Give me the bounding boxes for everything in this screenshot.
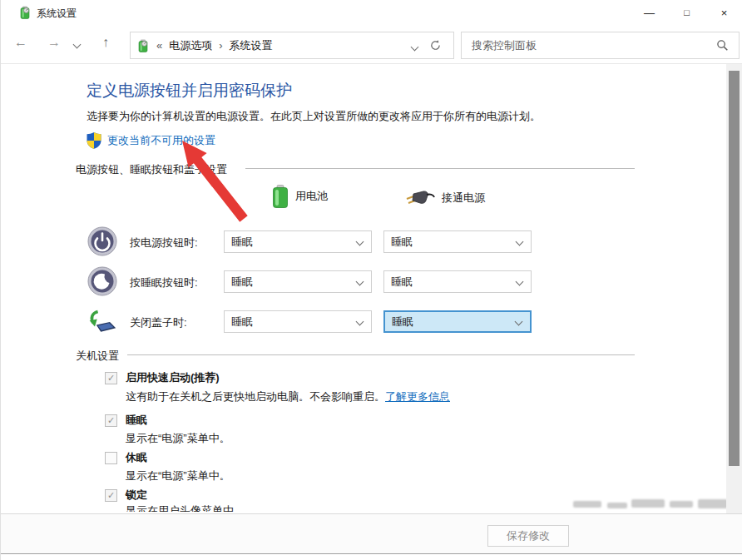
power-button-on-battery-dropdown[interactable]: 睡眠 [224, 230, 372, 253]
power-options-icon [18, 6, 32, 19]
forward-button[interactable]: → [47, 35, 61, 50]
save-changes-button[interactable]: 保存修改 [487, 525, 569, 547]
hibernate-checkbox[interactable] [105, 452, 117, 464]
vertical-scrollbar[interactable] [726, 64, 742, 513]
breadcrumb-power-options[interactable]: 电源选项 [169, 38, 212, 53]
footer-bar: 保存修改 [1, 513, 742, 553]
hibernate-option-label: 休眠 [126, 450, 147, 465]
watermark-smudge [607, 503, 627, 508]
sleep-button-plugged-in-dropdown[interactable]: 睡眠 [383, 270, 532, 293]
page-description: 选择要为你的计算机设置的电源设置。在此页上对设置所做的更改将应用于你所有的电源计… [87, 109, 541, 124]
back-button[interactable]: ← [14, 35, 27, 50]
address-dropdown-icon[interactable] [412, 38, 418, 53]
scrollbar-thumb[interactable] [729, 71, 740, 466]
chevron-down-icon [356, 278, 364, 286]
hibernate-option-description: 显示在“电源”菜单中。 [126, 468, 230, 483]
fast-startup-label: 启用快速启动(推荐) [126, 370, 220, 385]
close-button[interactable]: × [705, 0, 742, 25]
lock-option-description-clipped: 显示在用户头像菜单中。 [126, 503, 245, 512]
page-title: 定义电源按钮并启用密码保护 [87, 80, 292, 102]
chevron-down-icon [516, 238, 524, 246]
window-bottom-edge [1, 553, 742, 554]
minimize-button[interactable]: — [631, 0, 668, 25]
chevron-down-icon [356, 238, 364, 246]
chevron-down-icon [515, 318, 523, 326]
chevron-down-icon [516, 278, 524, 286]
watermark-smudge [670, 501, 693, 508]
fast-startup-description: 这有助于在关机之后更快地启动电脑。不会影响重启。了解更多信息 [126, 389, 450, 404]
breadcrumb-system-settings[interactable]: 系统设置 [230, 38, 273, 53]
system-settings-window: 系统设置 — □ × ← → ↑ « 电源选项 › 系统设置 [0, 0, 742, 560]
plugged-in-column-header: 接通电源 [405, 190, 485, 206]
title-bar: 系统设置 — □ × [1, 0, 742, 25]
on-battery-label: 用电池 [295, 189, 328, 204]
change-unavailable-settings-link[interactable]: 更改当前不可用的设置 [107, 133, 215, 148]
breadcrumb-separator: › [219, 39, 222, 52]
search-icon[interactable] [716, 39, 729, 52]
navigation-bar: ← → ↑ « 电源选项 › 系统设置 [1, 25, 742, 64]
chevron-down-icon [356, 318, 364, 326]
history-dropdown-icon[interactable] [74, 40, 80, 49]
change-unavailable-settings-row: 更改当前不可用的设置 [87, 132, 215, 149]
breadcrumb-chevrons: « [156, 39, 162, 52]
maximize-button[interactable]: □ [668, 0, 705, 25]
window-controls: — □ × [631, 0, 742, 25]
watermark-smudge [631, 499, 665, 508]
power-options-icon [136, 39, 150, 52]
refresh-icon[interactable] [429, 39, 442, 52]
window-title: 系统设置 [37, 7, 77, 21]
watermark-smudge [573, 501, 601, 508]
sleep-checkbox[interactable]: ✓ [105, 414, 117, 427]
power-button-row-label: 按电源按钮时: [130, 235, 198, 250]
power-button-icon [87, 226, 117, 256]
fast-startup-checkbox[interactable]: ✓ [105, 372, 117, 384]
close-lid-plugged-in-dropdown[interactable]: 睡眠 [383, 310, 532, 333]
watermark-smudge [698, 499, 728, 508]
annotation-arrow [177, 137, 254, 225]
power-buttons-group-title: 电源按钮、睡眠按钮和盖子设置 [76, 162, 227, 177]
shutdown-group-title: 关机设置 [76, 349, 119, 364]
plug-icon [405, 190, 435, 206]
group-divider [245, 168, 635, 169]
search-input[interactable] [462, 39, 716, 52]
on-battery-column-header: 用电池 [272, 185, 328, 208]
address-bar[interactable]: « 电源选项 › 系统设置 [130, 32, 454, 59]
lock-checkbox[interactable]: ✓ [105, 489, 117, 502]
lock-option-label: 锁定 [126, 488, 147, 503]
uac-shield-icon [87, 132, 101, 149]
close-lid-row-label: 关闭盖子时: [130, 315, 187, 330]
close-lid-icon [87, 307, 117, 337]
up-button[interactable]: ↑ [102, 35, 109, 50]
group-divider [127, 354, 635, 355]
sleep-button-icon [87, 266, 117, 296]
sleep-button-on-battery-dropdown[interactable]: 睡眠 [224, 270, 372, 293]
battery-icon [272, 185, 289, 208]
search-box [461, 32, 740, 59]
sleep-button-row-label: 按睡眠按钮时: [130, 275, 198, 290]
learn-more-link[interactable]: 了解更多信息 [385, 390, 450, 403]
plugged-in-label: 接通电源 [442, 191, 485, 206]
close-lid-on-battery-dropdown[interactable]: 睡眠 [224, 310, 372, 333]
sleep-option-description: 显示在“电源”菜单中。 [126, 431, 230, 446]
power-button-plugged-in-dropdown[interactable]: 睡眠 [383, 230, 532, 253]
sleep-option-label: 睡眠 [126, 413, 147, 428]
